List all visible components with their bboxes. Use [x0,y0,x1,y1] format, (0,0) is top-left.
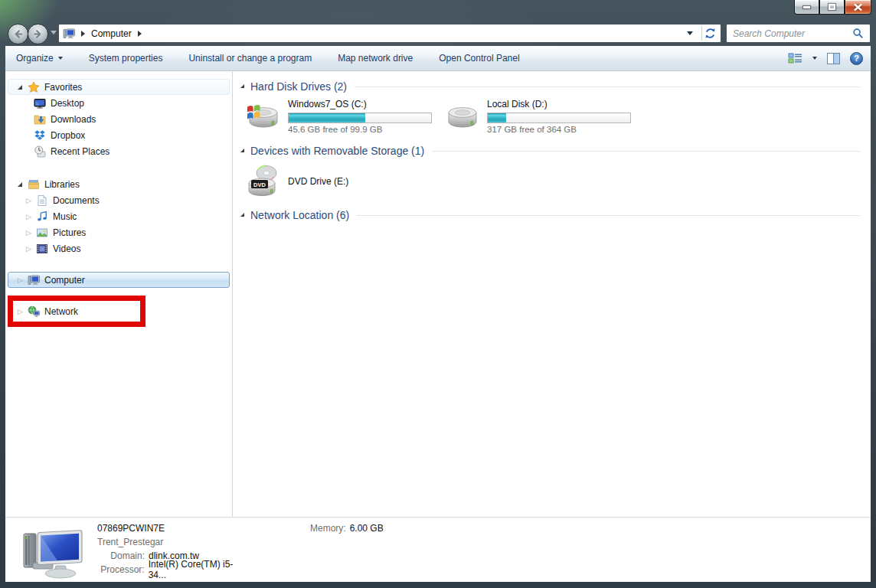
processor-value: Intel(R) Core(TM) i5-34... [149,559,250,580]
organize-button[interactable]: Organize [16,53,63,64]
address-bar[interactable]: Computer [58,24,721,43]
pictures-label: Pictures [53,227,86,238]
group-header-line [355,87,860,87]
group-collapse-icon[interactable] [240,84,244,88]
close-button[interactable] [845,0,871,15]
sidebar-item-videos[interactable]: ▷ Videos [5,240,232,256]
help-button[interactable]: ? [850,52,863,65]
computer-name: 07869PCWIN7E [97,521,250,535]
breadcrumb-arrow-icon[interactable] [138,31,142,37]
expanded-arrow-icon[interactable] [18,85,22,90]
minimize-button[interactable] [794,0,819,15]
system-properties-button[interactable]: System properties [89,53,163,64]
network-icon [28,305,40,318]
history-dropdown[interactable] [51,31,57,34]
memory-value: 6.00 GB [350,523,384,534]
chevron-down-icon [812,57,817,60]
favorites-label: Favorites [44,82,82,93]
recent-places-icon [34,145,46,158]
refresh-icon[interactable] [704,27,717,40]
collapsed-arrow-icon[interactable]: ▷ [26,213,32,220]
address-dropdown-icon[interactable] [687,31,693,35]
collapsed-arrow-icon[interactable]: ▷ [18,308,24,315]
group-header-line [432,151,860,152]
sidebar-item-favorites[interactable]: Favorites [8,79,230,95]
libraries-icon [28,178,40,191]
desktop-label: Desktop [51,98,84,109]
group-collapse-icon[interactable] [240,213,244,217]
map-network-drive-button[interactable]: Map network drive [338,53,413,64]
open-control-panel-button[interactable]: Open Control Panel [439,53,519,64]
organize-label: Organize [16,53,54,64]
collapsed-arrow-icon[interactable]: ▷ [26,229,32,237]
sidebar-spacer [5,159,232,176]
help-icon: ? [854,54,859,63]
breadcrumb-arrow-icon[interactable] [81,31,85,37]
group-header-removable-storage[interactable]: Devices with Removable Storage (1) [239,143,860,158]
close-icon [854,4,862,11]
desktop-icon [34,97,46,109]
items-view: Hard Disk Drives (2) [233,71,871,517]
drive-c-info: Windows7_OS (C:) 45.6 GB free of 99.9 GB [288,99,432,134]
preview-pane-button[interactable] [827,53,840,64]
memory-label: Memory: [310,523,346,534]
maximize-button[interactable] [819,0,845,15]
videos-label: Videos [53,243,80,254]
sidebar-item-documents[interactable]: ▷ Documents [5,192,232,208]
sidebar-item-downloads[interactable]: Downloads [5,111,232,127]
sidebar-item-music[interactable]: ▷ Music [5,208,232,224]
back-arrow-icon [12,28,24,40]
computer-icon [28,274,40,286]
computer-icon [63,28,75,40]
group-title: Devices with Removable Storage (1) [250,145,424,157]
search-placeholder: Search Computer [733,28,852,39]
sidebar-item-pictures[interactable]: ▷ Pictures [5,224,232,240]
group-collapse-icon[interactable] [240,149,244,152]
explorer-body: Favorites Desktop [5,71,871,517]
sidebar-item-computer[interactable]: ▷ Computer [8,272,230,288]
chevron-down-icon [58,57,63,60]
back-button[interactable] [8,24,28,44]
toolbar-right-icons: ? [788,52,863,65]
uninstall-program-button[interactable]: Uninstall or change a program [188,53,312,64]
forward-button[interactable] [28,24,48,44]
sidebar-spacer [5,288,232,303]
group-header-hard-disk-drives[interactable]: Hard Disk Drives (2) [239,79,860,94]
expanded-arrow-icon[interactable] [18,182,22,187]
drive-c-tile[interactable]: Windows7_OS (C:) 45.6 GB free of 99.9 GB [245,99,432,134]
group-header-network-location[interactable]: Network Location (6) [239,207,860,223]
details-column-1: 07869PCWIN7E Trent_Prestegar Domain: dli… [97,521,250,582]
sidebar-item-network[interactable]: ▷ Network [5,303,232,319]
group-header-line [357,215,860,216]
network-label: Network [44,306,78,317]
search-input[interactable]: Search Computer [726,24,871,43]
sidebar-spacer [5,256,232,272]
drive-name: Local Disk (D:) [487,99,631,112]
views-icon [788,53,803,64]
dvd-drive-tile[interactable]: DVD DVD Drive (E:) [245,163,860,200]
capacity-bar-fill [488,113,506,122]
documents-icon [36,194,48,207]
collapsed-arrow-icon[interactable]: ▷ [26,245,32,253]
dropbox-icon [34,129,46,142]
hard-disk-tiles: Windows7_OS (C:) 45.6 GB free of 99.9 GB [245,99,860,134]
sidebar-item-recent-places[interactable]: Recent Places [5,143,232,159]
user-name: Trent_Prestegar [97,535,250,549]
search-icon[interactable] [852,28,864,39]
sidebar-item-dropbox[interactable]: Dropbox [5,127,232,143]
dvd-drive-label: DVD Drive (E:) [288,176,348,187]
collapsed-arrow-icon[interactable]: ▷ [18,276,24,284]
change-view-button[interactable] [788,53,817,64]
downloads-label: Downloads [51,114,96,125]
processor-row: Processor: Intel(R) Core(TM) i5-34... [97,563,250,577]
breadcrumb-computer[interactable]: Computer [91,28,132,39]
sidebar-item-libraries[interactable]: Libraries [5,176,232,192]
domain-label: Domain: [97,550,145,561]
collapsed-arrow-icon[interactable]: ▷ [26,197,32,204]
computer-label: Computer [44,275,85,286]
address-divider [701,26,702,41]
sidebar-item-desktop[interactable]: Desktop [5,95,232,111]
free-space-text: 317 GB free of 364 GB [487,125,631,134]
drive-d-tile[interactable]: Local Disk (D:) 317 GB free of 364 GB [444,99,631,134]
navigation-pane: Favorites Desktop [5,71,233,517]
